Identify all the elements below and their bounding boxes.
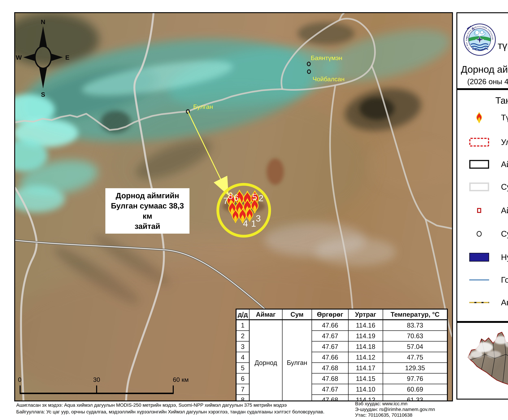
hotspot-number: 8 xyxy=(228,191,233,201)
legend-item-aimag-center: Аймгийн төв xyxy=(457,203,508,218)
choibalsan-marker xyxy=(307,70,311,74)
lon-cell: 114.12 xyxy=(348,395,383,402)
compass-w: W xyxy=(16,54,22,61)
lat-cell: 47.68 xyxy=(312,363,348,373)
legend-item-river: Гол xyxy=(457,272,508,287)
callout-line: Дорнод аймгийн xyxy=(105,191,189,201)
lon-cell: 114.18 xyxy=(348,341,383,352)
sum-border-swatch xyxy=(469,182,489,191)
temp-cell: 70.63 xyxy=(383,331,448,341)
legend-label: Нуур xyxy=(501,253,508,262)
scale-bar: 0 30 60 км xyxy=(18,376,189,393)
callout-line: Булган сумаас 38,3 км xyxy=(105,201,189,221)
row-index: 4 xyxy=(236,352,249,363)
river-swatch xyxy=(469,279,489,280)
lat-cell: 47.68 xyxy=(312,373,348,384)
lat-cell: 47.67 xyxy=(312,331,348,341)
temp-cell: 97.76 xyxy=(383,373,448,384)
row-index: 8 xyxy=(236,395,249,402)
footer-phone: Утас: 70110635, 70110638 xyxy=(355,412,412,418)
lat-cell: 47.66 xyxy=(312,320,348,331)
compass-rose: N S W E xyxy=(16,18,69,98)
callout-line: зайтай xyxy=(105,221,189,231)
hotspot-number: 3 xyxy=(256,213,261,223)
col-header: Аймаг xyxy=(249,309,282,320)
legend-item-fire: Түймрийн голомт xyxy=(457,110,508,125)
fire-map-report-page: N S W E xyxy=(0,0,508,420)
legend-label: Түймрийн голомт xyxy=(501,113,508,122)
row-index: 6 xyxy=(236,373,249,384)
lat-cell: 47.66 xyxy=(312,352,348,363)
legend-item-sum-border: Сумын хил xyxy=(457,179,508,195)
legend-label: Аймгийн хил xyxy=(501,160,508,169)
irimhe-logo: СУДАЛГАА, МЭДЭЭЛЛИЙН ХҮРЭЭЛЭН УС ЦАГ УУР… xyxy=(463,23,496,56)
label-choibalsan: Чойбалсан xyxy=(313,75,345,82)
compass-n: N xyxy=(41,18,45,25)
hotspot-number: 6 xyxy=(234,193,239,203)
legend-label: Сумын төв xyxy=(501,229,508,239)
mongolia-inset-map xyxy=(457,323,508,399)
temp-cell: 57.04 xyxy=(383,341,448,352)
lat-cell: 47.67 xyxy=(312,341,348,352)
road-lines xyxy=(15,13,452,336)
sum-cell: Булган xyxy=(282,320,312,402)
temp-cell: 47.75 xyxy=(383,352,448,363)
footer-web: Вэб хуудас: www.icc.mn xyxy=(355,401,408,406)
lon-cell: 114.12 xyxy=(348,352,383,363)
temp-cell: 129.35 xyxy=(383,363,448,373)
compass-s: S xyxy=(41,91,45,98)
hotspot-number: 7 xyxy=(223,196,228,206)
hotspot-number: 5 xyxy=(252,192,257,202)
compass-e: E xyxy=(65,54,69,61)
label-bayantumen: Баянтүмэн xyxy=(311,54,342,61)
auto-road-swatch xyxy=(469,302,489,303)
report-title: Ой, хээрийн түймрийн зураглал xyxy=(497,25,508,52)
lat-cell: 47.68 xyxy=(312,395,348,402)
scale-end: 60 км xyxy=(173,376,189,383)
country-border-swatch xyxy=(469,138,489,147)
legend-label: Авто зам xyxy=(501,298,508,307)
legend-item-aimag-border: Аймгийн хил xyxy=(457,157,508,172)
legend-panel: Таних тэмдэг Түймрийн голомт Улсын хил А… xyxy=(456,89,508,322)
temp-cell: 83.73 xyxy=(383,320,448,331)
legend-label: Сумын хил xyxy=(501,182,508,192)
lon-cell: 114.10 xyxy=(348,384,383,395)
bayantumen-marker xyxy=(307,62,310,66)
lat-cell: 47.67 xyxy=(312,384,348,395)
label-bulgan: Булган xyxy=(193,103,213,110)
legend-item-country-border: Улсын хил xyxy=(457,135,508,150)
hotspot-number: 4 xyxy=(243,218,248,229)
hotspot-number: 1 xyxy=(251,218,256,229)
row-index: 2 xyxy=(236,331,249,341)
lon-cell: 114.16 xyxy=(348,320,383,331)
report-subtitle: Дорнод аймгийн Булган сум xyxy=(457,64,508,75)
table-row: 1 Дорнод Булган 47.66 114.16 83.73 xyxy=(236,320,448,331)
legend-item-sum-center: Сумын төв xyxy=(457,226,508,241)
legend-title: Таних тэмдэг xyxy=(457,95,508,106)
row-index: 5 xyxy=(236,363,249,373)
legend-label: Гол xyxy=(501,275,508,285)
report-header-panel: СУДАЛГАА, МЭДЭЭЛЛИЙН ХҮРЭЭЛЭН УС ЦАГ УУР… xyxy=(456,12,508,89)
legend-label: Улсын хил xyxy=(501,137,508,147)
legend-item-lake: Нуур xyxy=(457,250,508,265)
footer-source: Ашигласан эх мэдээ: Aqua хиймэл дагуулын… xyxy=(16,402,287,408)
table-header-row: д/д Аймаг Сум Өргөрөг Уртраг Температур,… xyxy=(236,309,448,320)
col-header: Сум xyxy=(282,309,312,320)
footer-email: Э-шуудан: rs@irimhe.namem.gov.mn xyxy=(355,406,435,412)
col-header: д/д xyxy=(236,309,249,320)
temp-cell: 61.33 xyxy=(383,395,448,402)
legend-label: Аймгийн төв xyxy=(501,206,508,215)
satellite-map: N S W E xyxy=(14,12,453,401)
temp-cell: 60.69 xyxy=(383,384,448,395)
mongolia-inset-panel xyxy=(456,322,508,400)
hotspot-table: д/д Аймаг Сум Өргөрөг Уртраг Температур,… xyxy=(236,309,448,401)
row-index: 1 xyxy=(236,320,249,331)
scale-middle: 30 xyxy=(93,376,100,383)
col-header: Өргөрөг xyxy=(312,309,348,320)
row-index: 7 xyxy=(236,384,249,395)
aimag-center-swatch xyxy=(477,208,481,213)
row-index: 3 xyxy=(236,341,249,352)
lon-cell: 114.17 xyxy=(348,363,383,373)
fire-legend-icon xyxy=(475,112,483,124)
footer-org: Байгууллага: Ус цаг уур, орчны судалгаа,… xyxy=(16,409,324,414)
